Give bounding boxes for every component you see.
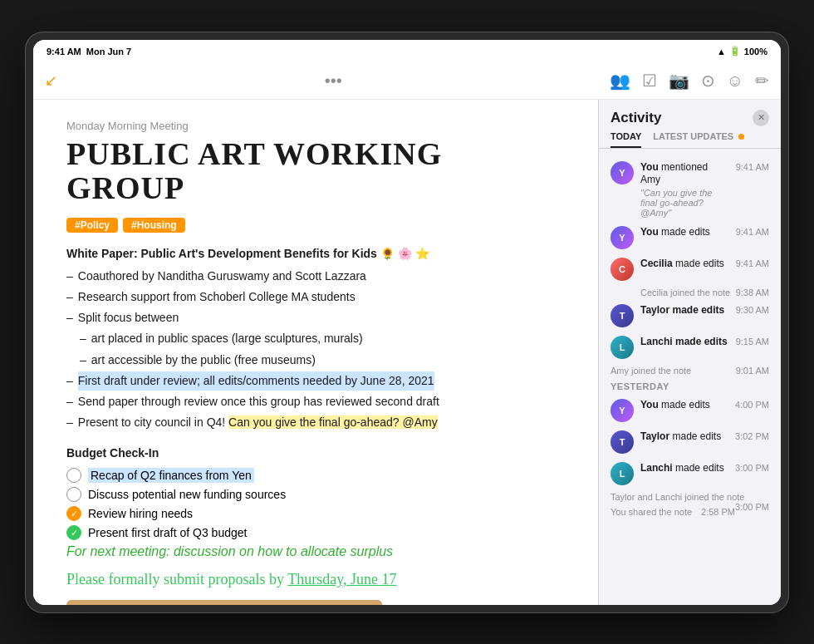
toolbar-right: 👥 ☑ 📷 ⊙ ☺ ✏: [610, 71, 769, 91]
line-review2: – Present to city council in Q4! Can you…: [66, 413, 565, 432]
yesterday-label: YESTERDAY: [599, 378, 781, 395]
status-left: 9:41 AM Mon Jun 7: [47, 47, 131, 57]
activity-text-you-y: You made edits: [640, 399, 728, 412]
camera-icon[interactable]: 📷: [669, 71, 689, 91]
activity-time-3: 9:41 AM: [736, 258, 769, 268]
activity-close-button[interactable]: ✕: [753, 110, 769, 126]
avatar-cecilia-1: C: [610, 258, 634, 281]
avatar-taylor-2: T: [610, 430, 634, 454]
avatar-lanchi-2: L: [610, 462, 634, 485]
activity-time-5: 9:15 AM: [736, 337, 769, 347]
activity-note-tl-joined: Taylor and Lanchi joined the note 3:00 P…: [599, 489, 781, 504]
note-body: White Paper: Public Art's Development Be…: [66, 244, 565, 432]
status-time: 9:41 AM: [47, 47, 81, 57]
budget-section-title: Budget Check-In: [66, 444, 565, 463]
battery-icon: 🔋: [729, 46, 741, 57]
activity-main-you-edit: You made edits: [640, 226, 729, 239]
line-highlight-blue: – First draft under review; all edits/co…: [66, 371, 565, 391]
checklist-item-1[interactable]: Recap of Q2 finances from Yen: [66, 468, 565, 483]
note-title: PUBLIC ART WORKING GROUP: [66, 137, 565, 207]
emoji-icon[interactable]: ☺: [727, 71, 743, 91]
markup-icon[interactable]: ⊙: [701, 71, 715, 91]
battery-percent: 100%: [744, 47, 767, 57]
activity-header: Activity ✕: [599, 100, 781, 131]
tab-latest-updates[interactable]: LATEST UPDATES: [653, 131, 744, 148]
toolbar: ↙ ••• 👥 ☑ 📷 ⊙ ☺ ✏: [33, 63, 781, 100]
line-art1: –art placed in public spaces (large scul…: [66, 329, 565, 348]
budget-section: Budget Check-In Recap of Q2 finances fro…: [66, 444, 565, 559]
activity-text-you-edit: You made edits: [640, 226, 729, 239]
activity-time-1: 9:41 AM: [736, 162, 769, 172]
tags-row: #Policy #Housing: [66, 218, 565, 233]
activity-main-taylor: Taylor made edits: [640, 304, 729, 317]
checklist-item-4[interactable]: ✓ Present first draft of Q3 budget: [66, 525, 565, 540]
people-icon[interactable]: 👥: [610, 71, 630, 91]
amy-joined-time: 9:01 AM: [736, 366, 769, 376]
checklist-text-4: Present first draft of Q3 budget: [88, 526, 247, 539]
italic-note-row: For next meeting: discussion on how to a…: [66, 544, 565, 559]
activity-main-you-mention: You mentioned Amy: [640, 161, 729, 187]
compose-icon[interactable]: ✏: [755, 71, 769, 91]
activity-title: Activity: [610, 110, 661, 126]
line-1: –Coauthored by Nanditha Guruswamy and Sc…: [66, 267, 565, 286]
activity-text-lanchi: Lanchi made edits: [640, 336, 729, 349]
activity-main-lanchi-y: Lanchi made edits: [640, 462, 728, 475]
status-right: ▲ 🔋 100%: [717, 46, 767, 57]
activity-text-taylor: Taylor made edits: [640, 304, 729, 317]
activity-time-6: 4:00 PM: [735, 400, 769, 410]
tag-housing[interactable]: #Housing: [123, 218, 185, 233]
line-3: –Split focus between: [66, 308, 565, 327]
menu-dots[interactable]: •••: [325, 71, 342, 91]
ipad-screen: 9:41 AM Mon Jun 7 ▲ 🔋 100% ↙ ••• 👥 ☑ 📷 ⊙: [33, 40, 781, 605]
note-editor[interactable]: Monday Morning Meeting PUBLIC ART WORKIN…: [33, 100, 598, 605]
wifi-icon: ▲: [717, 47, 726, 57]
whitepaper-title: White Paper: Public Art's Development Be…: [66, 244, 565, 263]
meeting-label: Monday Morning Meeting: [66, 120, 565, 132]
budget-title: Budget Check-In: [66, 444, 565, 463]
svg-rect-0: [66, 600, 382, 604]
proposal-date: Thursday, June 17: [287, 571, 396, 587]
avatar-you-3: Y: [610, 399, 634, 422]
avatar-you-2: Y: [610, 226, 634, 249]
avatar-you-1: Y: [610, 161, 634, 184]
line-review1: –Send paper through review once this gro…: [66, 392, 565, 411]
collapse-icon[interactable]: ↙: [45, 71, 57, 90]
activity-text-cecilia: Cecilia made edits: [640, 258, 729, 271]
checkbox-4[interactable]: ✓: [66, 525, 81, 540]
activity-text-lanchi-y: Lanchi made edits: [640, 462, 728, 475]
activity-time-4: 9:30 AM: [736, 305, 769, 315]
checklist-text-3: Review hiring needs: [88, 507, 193, 520]
activity-note-amy-joined: Amy joined the note 9:01 AM: [599, 363, 781, 378]
activity-main-taylor-y: Taylor made edits: [640, 430, 728, 444]
activity-time-7: 3:02 PM: [735, 431, 769, 441]
amy-joined-text: Amy joined the note: [610, 366, 691, 376]
checklist-text-2: Discuss potential new funding sources: [88, 488, 286, 501]
activity-note-cecilia-joined: Cecilia joined the note 9:38 AM: [599, 285, 781, 300]
activity-main-cecilia: Cecilia made edits: [640, 258, 729, 271]
line-art2: –art accessible by the public (free muse…: [66, 351, 565, 370]
note-image: [66, 600, 382, 604]
checkbox-2[interactable]: [66, 487, 81, 502]
toolbar-left: ↙: [45, 71, 57, 90]
checklist-item-2[interactable]: Discuss potential new funding sources: [66, 487, 565, 502]
activity-content[interactable]: Y You mentioned Amy "Can you give the fi…: [599, 154, 781, 605]
activity-main-lanchi: Lanchi made edits: [640, 336, 729, 349]
checkbox-3[interactable]: ✓: [66, 506, 81, 521]
tag-policy[interactable]: #Policy: [66, 218, 118, 233]
checkbox-1[interactable]: [66, 468, 81, 483]
activity-panel: Activity ✕ TODAY LATEST UPDATES Y You me…: [598, 100, 781, 605]
tab-today[interactable]: TODAY: [610, 131, 641, 148]
activity-time-2: 9:41 AM: [736, 227, 769, 237]
activity-item-cecilia-edit: C Cecilia made edits 9:41 AM: [599, 253, 781, 285]
activity-text-taylor-y: Taylor made edits: [640, 430, 728, 444]
avatar-taylor-1: T: [610, 304, 634, 327]
avatar-lanchi-1: L: [610, 336, 634, 359]
checklist-icon[interactable]: ☑: [642, 71, 657, 91]
activity-item-lanchi-edit: L Lanchi made edits 9:15 AM: [599, 332, 781, 363]
cecilia-joined-text: Cecilia joined the note: [640, 288, 730, 297]
checklist-text-1: Recap of Q2 finances from Yen: [88, 468, 254, 483]
shared-time: 2:58 PM: [701, 507, 735, 517]
highlight-amy: Can you give the final go-ahead? @Amy: [228, 415, 438, 429]
activity-time-8: 3:00 PM: [735, 463, 769, 473]
checklist-item-3[interactable]: ✓ Review hiring needs: [66, 506, 565, 521]
